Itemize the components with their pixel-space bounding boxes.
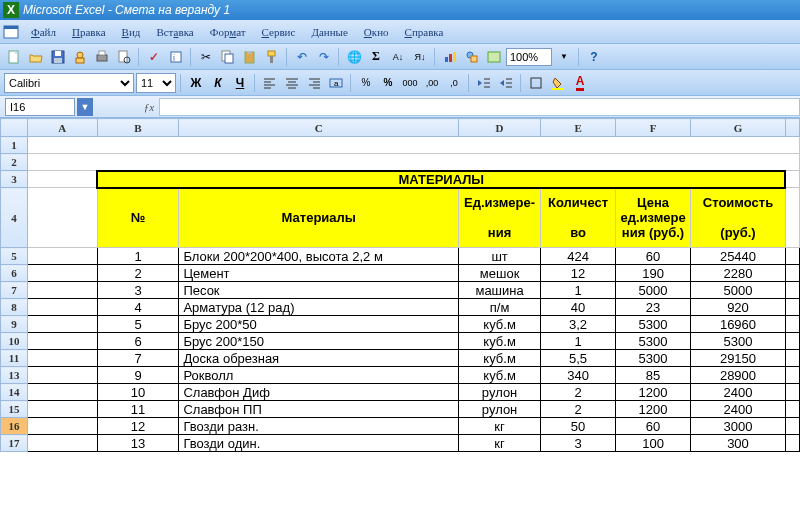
spreadsheet[interactable]: A B C D E F G 1 2 3 МАТЕРИАЛЫ 4 № Матери… [0, 118, 800, 452]
cell-qty[interactable]: 1 [541, 333, 616, 350]
cell-qty[interactable]: 5,5 [541, 350, 616, 367]
permission-icon[interactable] [70, 47, 90, 67]
cell-unit[interactable]: куб.м [459, 316, 541, 333]
fill-color-icon[interactable] [548, 73, 568, 93]
hdr-num[interactable]: № [97, 188, 179, 248]
formula-bar[interactable] [159, 98, 800, 116]
cell-unit[interactable]: рулон [459, 384, 541, 401]
cell[interactable] [27, 154, 799, 171]
cell-num[interactable]: 1 [97, 248, 179, 265]
cell-cost[interactable]: 300 [691, 435, 786, 452]
cell-qty[interactable]: 424 [541, 248, 616, 265]
cell-num[interactable]: 6 [97, 333, 179, 350]
cell-price[interactable]: 60 [616, 418, 691, 435]
cell-price[interactable]: 23 [616, 299, 691, 316]
hdr-qty[interactable]: Количество [541, 188, 616, 248]
dec-indent-icon[interactable] [474, 73, 494, 93]
cell-unit[interactable]: куб.м [459, 367, 541, 384]
cell-num[interactable]: 9 [97, 367, 179, 384]
cell-unit[interactable]: мешок [459, 265, 541, 282]
cell[interactable] [785, 171, 799, 188]
cell[interactable] [27, 188, 97, 248]
cell-name[interactable]: Брус 200*50 [179, 316, 459, 333]
cell[interactable] [785, 265, 799, 282]
row-hdr[interactable]: 16 [1, 418, 28, 435]
cell-name[interactable]: Славфон ПП [179, 401, 459, 418]
sort-desc-icon[interactable]: Я↓ [410, 47, 430, 67]
cell-cost[interactable]: 5000 [691, 282, 786, 299]
currency-icon[interactable]: % [356, 73, 376, 93]
cell[interactable] [27, 401, 97, 418]
cell-name[interactable]: Доска обрезная [179, 350, 459, 367]
save-icon[interactable] [48, 47, 68, 67]
font-size-select[interactable]: 11 [136, 73, 176, 93]
col-hdr-a[interactable]: A [27, 119, 97, 137]
cell[interactable] [27, 265, 97, 282]
cell[interactable] [27, 248, 97, 265]
cell-unit[interactable]: шт [459, 248, 541, 265]
drawing-icon[interactable] [462, 47, 482, 67]
zoom-dd-icon[interactable]: ▼ [554, 47, 574, 67]
cell-cost[interactable]: 2400 [691, 401, 786, 418]
menu-data[interactable]: Данные [303, 23, 355, 41]
undo-icon[interactable]: ↶ [292, 47, 312, 67]
menu-edit[interactable]: Правка [64, 23, 114, 41]
cell[interactable] [785, 299, 799, 316]
cell[interactable] [27, 384, 97, 401]
zoom-box[interactable]: 100% [506, 48, 552, 66]
cell-unit[interactable]: куб.м [459, 350, 541, 367]
row-hdr[interactable]: 11 [1, 350, 28, 367]
row-hdr[interactable]: 7 [1, 282, 28, 299]
select-all[interactable] [1, 119, 28, 137]
col-hdr-e[interactable]: E [541, 119, 616, 137]
section-title[interactable]: МАТЕРИАЛЫ [97, 171, 785, 188]
thousands-icon[interactable]: 000 [400, 73, 420, 93]
cell[interactable] [785, 248, 799, 265]
chart-icon[interactable] [440, 47, 460, 67]
col-hdr-d[interactable]: D [459, 119, 541, 137]
spell-icon[interactable]: ✓ [144, 47, 164, 67]
cell-qty[interactable]: 2 [541, 384, 616, 401]
cell-num[interactable]: 5 [97, 316, 179, 333]
print-icon[interactable] [92, 47, 112, 67]
cell-cost[interactable]: 3000 [691, 418, 786, 435]
cell-cost[interactable]: 2400 [691, 384, 786, 401]
menu-insert[interactable]: Вставка [148, 23, 201, 41]
cell-unit[interactable]: машина [459, 282, 541, 299]
menu-view[interactable]: Вид [114, 23, 149, 41]
fx-icon[interactable]: ƒx [141, 99, 157, 115]
cell-num[interactable]: 2 [97, 265, 179, 282]
row-hdr[interactable]: 5 [1, 248, 28, 265]
redo-icon[interactable]: ↷ [314, 47, 334, 67]
cell[interactable] [27, 282, 97, 299]
cell-name[interactable]: Брус 200*150 [179, 333, 459, 350]
cell[interactable] [27, 171, 97, 188]
merge-icon[interactable]: a [326, 73, 346, 93]
cell[interactable] [27, 333, 97, 350]
paste-icon[interactable] [240, 47, 260, 67]
row-hdr[interactable]: 1 [1, 137, 28, 154]
row-hdr[interactable]: 8 [1, 299, 28, 316]
cell[interactable] [785, 282, 799, 299]
cell-num[interactable]: 10 [97, 384, 179, 401]
align-right-icon[interactable] [304, 73, 324, 93]
cell-num[interactable]: 12 [97, 418, 179, 435]
cell[interactable] [785, 316, 799, 333]
cell[interactable] [785, 333, 799, 350]
sort-asc-icon[interactable]: A↓ [388, 47, 408, 67]
cell-cost[interactable]: 25440 [691, 248, 786, 265]
cell-name[interactable]: Рокволл [179, 367, 459, 384]
menu-tools[interactable]: Сервис [254, 23, 304, 41]
print-preview-icon[interactable] [114, 47, 134, 67]
cell[interactable] [785, 384, 799, 401]
row-hdr[interactable]: 6 [1, 265, 28, 282]
row-hdr[interactable]: 15 [1, 401, 28, 418]
hdr-cost[interactable]: Стоимость(руб.) [691, 188, 786, 248]
cell[interactable] [785, 435, 799, 452]
dec-decimal-icon[interactable]: ,0 [444, 73, 464, 93]
cell-unit[interactable]: кг [459, 435, 541, 452]
hdr-mat[interactable]: Материалы [179, 188, 459, 248]
cell-qty[interactable]: 40 [541, 299, 616, 316]
align-left-icon[interactable] [260, 73, 280, 93]
cell[interactable] [785, 188, 799, 248]
